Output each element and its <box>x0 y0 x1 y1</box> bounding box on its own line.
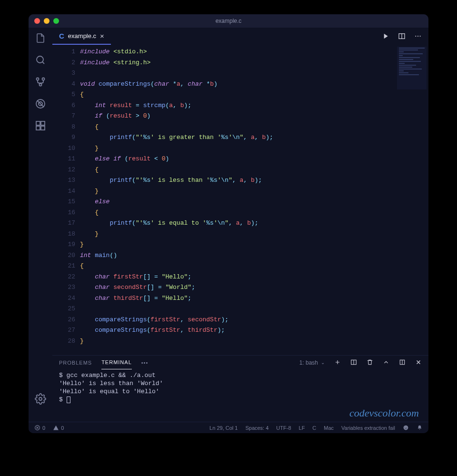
terminal-selector[interactable]: 1: bash ⌄ <box>299 359 325 366</box>
terminal-output[interactable]: $ gcc example.c && ./a.out 'Hello' is le… <box>52 369 428 422</box>
traffic-lights <box>34 18 59 24</box>
line-gutter: 1234567891011121314151617181920212223242… <box>52 45 80 355</box>
terminal-split-icon[interactable] <box>350 359 357 367</box>
svg-rect-8 <box>41 126 45 130</box>
editor-window: example.c C example.c × <box>29 14 428 433</box>
status-encoding[interactable]: UTF-8 <box>276 425 291 431</box>
terminal-selector-label: 1: bash <box>299 359 318 366</box>
debug-icon[interactable] <box>35 98 46 109</box>
file-tab-example-c[interactable]: C example.c × <box>52 28 111 45</box>
run-icon[interactable] <box>382 32 389 40</box>
error-icon <box>34 425 40 431</box>
status-warnings[interactable]: 0 <box>53 425 64 431</box>
status-platform[interactable]: Mac <box>324 425 334 431</box>
split-editor-icon[interactable] <box>398 32 406 40</box>
code-content[interactable]: #include <stdio.h>#include <string.h> vo… <box>80 45 428 355</box>
explorer-icon[interactable] <box>35 32 46 44</box>
editor-tabs: C example.c × <box>52 28 428 45</box>
panel-up-icon[interactable] <box>383 359 389 367</box>
watermark: codevscolor.com <box>349 409 419 417</box>
source-control-icon[interactable] <box>35 76 46 88</box>
minimize-window-button[interactable] <box>44 18 50 24</box>
feedback-icon[interactable] <box>403 425 409 431</box>
svg-point-14 <box>420 36 421 37</box>
panel-maximize-icon[interactable] <box>399 359 406 367</box>
maximize-window-button[interactable] <box>53 18 59 24</box>
svg-point-0 <box>37 56 43 63</box>
warning-icon <box>53 425 59 431</box>
code-editor[interactable]: 1234567891011121314151617181920212223242… <box>52 45 428 355</box>
status-indentation[interactable]: Spaces: 4 <box>245 425 268 431</box>
svg-point-12 <box>415 36 416 37</box>
panel-tabs: PROBLEMS TERMINAL ••• 1: bash ⌄ <box>52 356 428 369</box>
status-bar: 0 0 Ln 29, Col 1 Spaces: 4 UTF-8 LF C Ma… <box>29 422 428 433</box>
svg-point-3 <box>40 84 42 86</box>
activity-bar <box>29 28 52 422</box>
svg-point-2 <box>42 78 45 80</box>
terminal-cursor <box>67 397 70 403</box>
close-window-button[interactable] <box>34 18 40 24</box>
more-actions-icon[interactable] <box>414 32 422 40</box>
close-tab-icon[interactable]: × <box>100 32 104 40</box>
terminal-kill-icon[interactable] <box>367 359 373 367</box>
editor-area: C example.c × 12345678910111213141516171… <box>52 28 428 422</box>
dropdown-caret-icon: ⌄ <box>321 360 325 365</box>
svg-rect-6 <box>36 121 40 125</box>
svg-point-19 <box>405 427 405 427</box>
status-errors[interactable]: 0 <box>34 425 45 431</box>
panel-close-icon[interactable] <box>415 359 422 367</box>
status-eol[interactable]: LF <box>299 425 305 431</box>
panel-tab-problems[interactable]: PROBLEMS <box>59 356 92 369</box>
settings-gear-icon[interactable] <box>35 393 46 405</box>
panel-tab-more-icon[interactable]: ••• <box>141 360 149 366</box>
title-bar: example.c <box>29 14 428 28</box>
svg-rect-9 <box>41 121 45 125</box>
svg-point-18 <box>404 426 408 430</box>
window-title: example.c <box>33 18 424 24</box>
panel-tab-terminal[interactable]: TERMINAL <box>101 356 132 369</box>
file-tab-label: example.c <box>68 32 96 40</box>
extensions-icon[interactable] <box>35 120 46 131</box>
main-body: C example.c × 12345678910111213141516171… <box>29 28 428 422</box>
editor-actions <box>382 28 428 45</box>
svg-point-1 <box>37 78 39 80</box>
svg-point-13 <box>417 36 418 37</box>
status-cursor-position[interactable]: Ln 29, Col 1 <box>209 425 238 431</box>
minimap[interactable] <box>397 47 427 89</box>
notifications-bell-icon[interactable] <box>417 425 423 431</box>
status-language[interactable]: C <box>312 425 316 431</box>
bottom-panel: PROBLEMS TERMINAL ••• 1: bash ⌄ $ gcc ex <box>52 355 428 422</box>
svg-point-20 <box>407 427 407 427</box>
search-icon[interactable] <box>35 54 46 66</box>
c-language-icon: C <box>59 32 64 40</box>
svg-point-10 <box>39 397 42 400</box>
svg-rect-7 <box>36 126 40 130</box>
status-message[interactable]: Variables extraction fail <box>341 425 395 431</box>
new-terminal-icon[interactable] <box>334 359 341 367</box>
